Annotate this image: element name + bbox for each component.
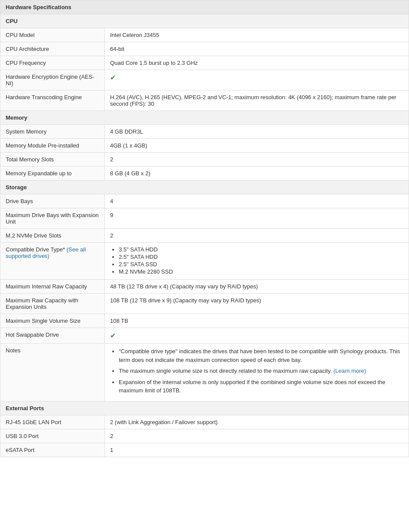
aes-ni-row: Hardware Encryption Engine (AES-NI) ✔ (0, 70, 409, 90)
list-item: "Compatible drive type" indicates the dr… (119, 347, 403, 364)
notes-row: Notes "Compatible drive type" indicates … (0, 344, 409, 402)
cpu-section-header: CPU (0, 14, 409, 28)
notes-label: Notes (0, 344, 105, 402)
hot-swappable-row: Hot Swappable Drive ✔ (0, 328, 409, 344)
system-memory-value: 4 GB DDR3L (105, 125, 409, 139)
max-single-volume-value: 108 TB (105, 314, 409, 328)
usb30-row: USB 3.0 Port 2 (0, 429, 409, 443)
memory-preinstalled-label: Memory Module Pre-installed (0, 139, 105, 153)
compatible-drive-label-text: Compatible Drive Type* (6, 246, 67, 253)
max-single-volume-label: Maximum Single Volume Size (0, 314, 105, 328)
hot-swappable-label: Hot Swappable Drive (0, 328, 105, 344)
drive-bays-value: 4 (105, 194, 409, 208)
cpu-section-header-row: CPU (0, 14, 409, 28)
notes-list: "Compatible drive type" indicates the dr… (110, 347, 403, 395)
max-single-volume-row: Maximum Single Volume Size 108 TB (0, 314, 409, 328)
drive-type-list: 3.5" SATA HDD 2.5" SATA HDD 2.5" SATA SS… (110, 246, 403, 275)
max-drive-bays-expansion-value: 9 (105, 208, 409, 229)
memory-slots-label: Total Memory Slots (0, 153, 105, 167)
memory-preinstalled-row: Memory Module Pre-installed 4GB (1 x 4GB… (0, 139, 409, 153)
list-item: 3.5" SATA HDD (119, 246, 403, 253)
cpu-freq-row: CPU Frequency Quad Core 1.5 burst up to … (0, 56, 409, 70)
external-ports-section-header-row: External Ports (0, 401, 409, 415)
m2-nvme-label: M.2 NVMe Drive Slots (0, 229, 105, 243)
esata-value: 1 (105, 443, 409, 457)
transcoding-value: H.264 (AVC), H.265 (HEVC), MPEG-2 and VC… (105, 90, 409, 111)
aes-ni-check-icon: ✔ (110, 74, 116, 81)
hot-swappable-value: ✔ (105, 328, 409, 344)
cpu-model-value: Intel Celeron J3455 (105, 28, 409, 42)
usb30-value: 2 (105, 429, 409, 443)
system-memory-label: System Memory (0, 125, 105, 139)
storage-section-header: Storage (0, 181, 409, 194)
m2-nvme-row: M.2 NVMe Drive Slots 2 (0, 229, 409, 243)
drive-bays-row: Drive Bays 4 (0, 194, 409, 208)
note-3-text: Expansion of the internal volume is only… (119, 379, 386, 394)
list-item: The maximum single volume size is not di… (119, 367, 403, 375)
max-raw-expansion-row: Maximum Raw Capacity with Expansion Unit… (0, 294, 409, 314)
cpu-model-label: CPU Model (0, 28, 105, 42)
aes-ni-label: Hardware Encryption Engine (AES-NI) (0, 70, 105, 90)
aes-ni-value: ✔ (105, 70, 409, 90)
memory-section-header: Memory (0, 111, 409, 125)
rj45-lan-label: RJ-45 1GbE LAN Port (0, 415, 105, 429)
drive-bays-label: Drive Bays (0, 194, 105, 208)
max-drive-bays-expansion-row: Maximum Drive Bays with Expansion Unit 9 (0, 208, 409, 229)
main-header: Hardware Specifications (0, 0, 409, 14)
rj45-lan-row: RJ-45 1GbE LAN Port 2 (with Link Aggrega… (0, 415, 409, 429)
max-internal-raw-label: Maximum Internal Raw Capacity (0, 280, 105, 294)
storage-section-header-row: Storage (0, 181, 409, 194)
hot-swappable-check-icon: ✔ (110, 332, 116, 339)
rj45-lan-value: 2 (with Link Aggregation / Failover supp… (105, 415, 409, 429)
transcoding-label: Hardware Transcoding Engine (0, 90, 105, 111)
system-memory-row: System Memory 4 GB DDR3L (0, 125, 409, 139)
max-internal-raw-value: 48 TB (12 TB drive x 4) (Capacity may va… (105, 280, 409, 294)
memory-expandable-value: 8 GB (4 GB x 2) (105, 167, 409, 181)
max-drive-bays-expansion-label: Maximum Drive Bays with Expansion Unit (0, 208, 105, 229)
learn-more-link[interactable]: (Learn more) (333, 368, 366, 374)
notes-value: "Compatible drive type" indicates the dr… (105, 344, 409, 402)
cpu-freq-value: Quad Core 1.5 burst up to 2.3 GHz (105, 56, 409, 70)
list-item: 2.5" SATA SSD (119, 261, 403, 268)
max-raw-expansion-value: 108 TB (12 TB drive x 9) (Capacity may v… (105, 294, 409, 314)
usb30-label: USB 3.0 Port (0, 429, 105, 443)
memory-preinstalled-value: 4GB (1 x 4GB) (105, 139, 409, 153)
esata-row: eSATA Port 1 (0, 443, 409, 457)
cpu-arch-row: CPU Architecture 64-bit (0, 42, 409, 56)
note-1-text: "Compatible drive type" indicates the dr… (119, 348, 400, 363)
main-header-row: Hardware Specifications (0, 0, 409, 14)
memory-expandable-row: Memory Expandable up to 8 GB (4 GB x 2) (0, 167, 409, 181)
note-2-text: The maximum single volume size is not di… (119, 368, 333, 374)
list-item: Expansion of the internal volume is only… (119, 378, 403, 395)
max-raw-expansion-label: Maximum Raw Capacity with Expansion Unit… (0, 294, 105, 314)
list-item: 2.5" SATA HDD (119, 254, 403, 260)
max-internal-raw-row: Maximum Internal Raw Capacity 48 TB (12 … (0, 280, 409, 294)
memory-slots-row: Total Memory Slots 2 (0, 153, 409, 167)
external-ports-section-header: External Ports (0, 401, 409, 415)
cpu-arch-label: CPU Architecture (0, 42, 105, 56)
compatible-drive-row: Compatible Drive Type* (See all supporte… (0, 243, 409, 280)
memory-expandable-label: Memory Expandable up to (0, 167, 105, 181)
specs-table: Hardware Specifications CPU CPU Model In… (0, 0, 409, 457)
compatible-drive-label: Compatible Drive Type* (See all supporte… (0, 243, 105, 280)
compatible-drive-value: 3.5" SATA HDD 2.5" SATA HDD 2.5" SATA SS… (105, 243, 409, 280)
memory-section-header-row: Memory (0, 111, 409, 125)
list-item: M.2 NVMe 2280 SSD (119, 268, 403, 275)
transcoding-row: Hardware Transcoding Engine H.264 (AVC),… (0, 90, 409, 111)
memory-slots-value: 2 (105, 153, 409, 167)
esata-label: eSATA Port (0, 443, 105, 457)
cpu-arch-value: 64-bit (105, 42, 409, 56)
cpu-freq-label: CPU Frequency (0, 56, 105, 70)
m2-nvme-value: 2 (105, 229, 409, 243)
cpu-model-row: CPU Model Intel Celeron J3455 (0, 28, 409, 42)
